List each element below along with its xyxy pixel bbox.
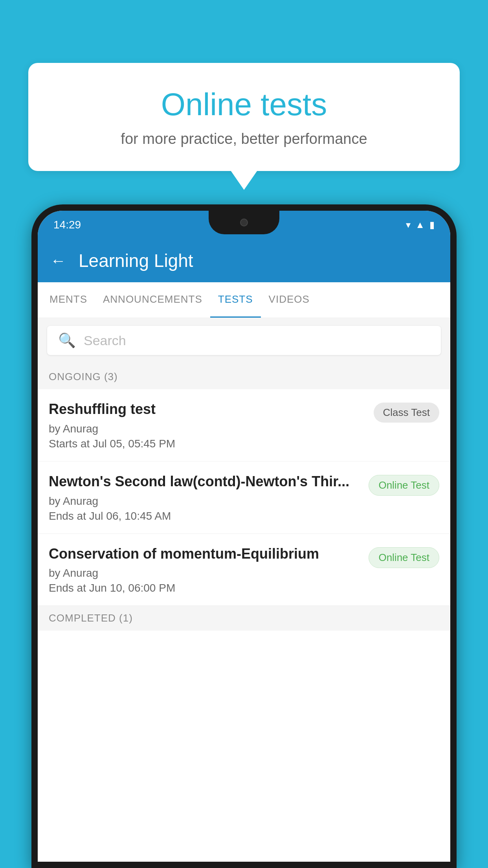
- test-by: by Anurag: [49, 423, 366, 435]
- status-icons: ▾ ▲ ▮: [406, 219, 435, 230]
- test-by: by Anurag: [49, 567, 361, 579]
- tab-tests[interactable]: TESTS: [210, 282, 261, 318]
- test-name: Newton's Second law(contd)-Newton's Thir…: [49, 473, 361, 491]
- test-time: Ends at Jul 06, 10:45 AM: [49, 510, 361, 522]
- tests-list: Reshuffling test by Anurag Starts at Jul…: [38, 389, 450, 606]
- tab-announcements[interactable]: ANNOUNCEMENTS: [95, 282, 210, 318]
- test-by: by Anurag: [49, 495, 361, 508]
- phone-frame: 14:29 ▾ ▲ ▮ ← Learning Light MENTS ANNOU…: [31, 204, 457, 868]
- battery-icon: ▮: [429, 219, 435, 230]
- test-time: Starts at Jul 05, 05:45 PM: [49, 438, 366, 450]
- test-badge-online-2: Online Test: [369, 547, 439, 568]
- bubble-title: Online tests: [44, 86, 444, 123]
- test-item[interactable]: Conservation of momentum-Equilibrium by …: [38, 534, 450, 606]
- notch: [209, 211, 279, 234]
- test-info: Conservation of momentum-Equilibrium by …: [49, 545, 361, 595]
- test-badge-class: Class Test: [374, 403, 439, 423]
- tab-ments[interactable]: MENTS: [42, 282, 95, 318]
- test-info: Newton's Second law(contd)-Newton's Thir…: [49, 473, 361, 522]
- bubble-subtitle: for more practice, better performance: [44, 131, 444, 147]
- completed-title: COMPLETED (1): [49, 612, 133, 624]
- status-time: 14:29: [53, 219, 81, 231]
- completed-section: COMPLETED (1): [38, 606, 450, 631]
- camera-dot: [240, 219, 248, 226]
- ongoing-section-title: ONGOING (3): [49, 371, 118, 383]
- search-icon: 🔍: [58, 332, 76, 349]
- test-name: Conservation of momentum-Equilibrium: [49, 545, 361, 563]
- test-item[interactable]: Reshuffling test by Anurag Starts at Jul…: [38, 389, 450, 462]
- search-container: 🔍 Search: [38, 318, 450, 363]
- status-bar: 14:29 ▾ ▲ ▮: [38, 211, 450, 239]
- search-box[interactable]: 🔍 Search: [47, 326, 441, 355]
- test-info: Reshuffling test by Anurag Starts at Jul…: [49, 400, 366, 450]
- app-bar: ← Learning Light: [38, 239, 450, 282]
- test-time: Ends at Jun 10, 06:00 PM: [49, 582, 361, 594]
- phone-screen: 14:29 ▾ ▲ ▮ ← Learning Light MENTS ANNOU…: [38, 211, 450, 862]
- test-name: Reshuffling test: [49, 400, 366, 419]
- tabs-bar: MENTS ANNOUNCEMENTS TESTS VIDEOS: [38, 282, 450, 318]
- signal-icon: ▲: [415, 219, 425, 230]
- test-item[interactable]: Newton's Second law(contd)-Newton's Thir…: [38, 462, 450, 534]
- search-input[interactable]: Search: [84, 333, 126, 348]
- back-button[interactable]: ←: [50, 252, 66, 270]
- test-badge-online: Online Test: [369, 475, 439, 496]
- app-title: Learning Light: [79, 250, 193, 271]
- ongoing-section-header: ONGOING (3): [38, 363, 450, 389]
- tab-videos[interactable]: VIDEOS: [261, 282, 317, 318]
- wifi-icon: ▾: [406, 219, 411, 230]
- speech-bubble: Online tests for more practice, better p…: [28, 63, 460, 171]
